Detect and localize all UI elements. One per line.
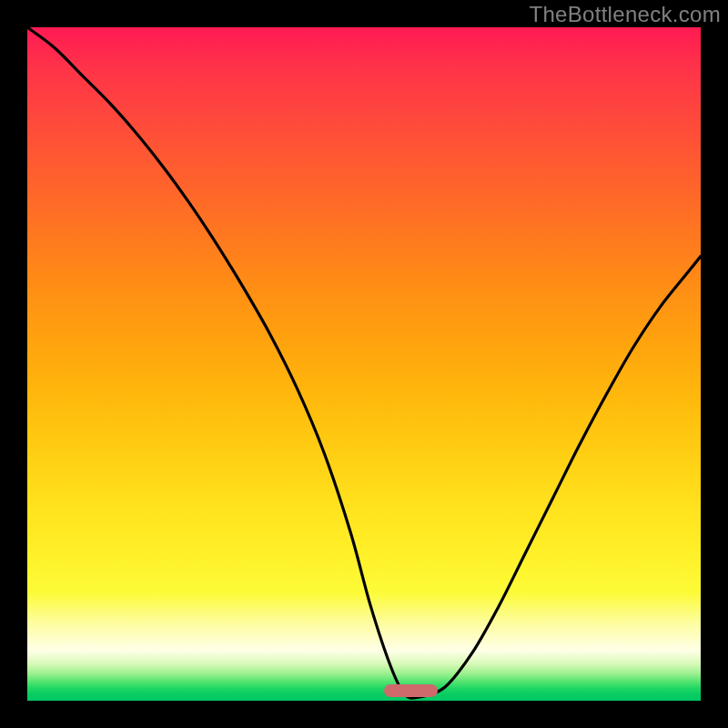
watermark-text: TheBottleneck.com bbox=[529, 2, 721, 27]
plot-area bbox=[27, 27, 701, 701]
bottleneck-curve-path bbox=[27, 27, 701, 698]
chart-frame: TheBottleneck.com bbox=[0, 0, 728, 728]
optimal-range-marker bbox=[384, 684, 438, 697]
bottleneck-curve bbox=[27, 27, 701, 701]
